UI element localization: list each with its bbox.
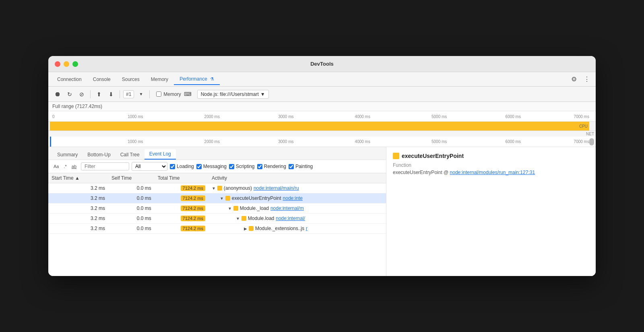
total-time-cell: 7124.2 ms	[155, 203, 208, 214]
total-time-cell: 7124.2 ms	[155, 214, 208, 224]
table-row[interactable]: 3.2 ms 0.0 ms 7124.2 ms ▼ executeUserEnt…	[48, 193, 386, 203]
detail-func-icon	[393, 153, 399, 159]
func-name: executeUserEntryPoint	[232, 195, 281, 201]
func-link[interactable]: node:internal/m	[270, 205, 304, 211]
timeline-full-range: Full range (7127.42ms)	[48, 102, 596, 111]
timeline-scrollbar[interactable]	[589, 138, 594, 145]
messaging-label: Messaging	[203, 164, 227, 169]
loading-checkbox[interactable]	[170, 164, 175, 169]
expand-arrow[interactable]: ▼	[212, 186, 216, 191]
tab-event-log[interactable]: Event Log	[144, 149, 176, 160]
func-name: (anonymous)	[224, 185, 252, 191]
cpu-bar[interactable]: CPU	[50, 122, 589, 131]
filter-category-select[interactable]: All Loading Scripting Rendering Painting…	[132, 162, 167, 171]
ruler-mark-1000: 1000 ms	[128, 114, 143, 118]
painting-checkbox[interactable]	[289, 164, 294, 169]
expand-arrow[interactable]: ▼	[228, 206, 232, 211]
start-time-cell: 3.2 ms	[48, 224, 108, 234]
cpu-profile-icon[interactable]: ⌨	[183, 89, 193, 100]
col-self-time[interactable]: Self Time	[108, 173, 155, 183]
minimize-button[interactable]	[64, 61, 69, 67]
ruler-mark-3000: 3000 ms	[278, 114, 293, 118]
node-selector-arrow: ▼	[260, 91, 265, 97]
event-log-table-container[interactable]: Start Time ▲ Self Time Total Time Activi…	[48, 173, 386, 276]
more-options-icon[interactable]: ⋮	[581, 74, 592, 85]
detail-url-link[interactable]: node:internal/modules/run_main:127:31	[450, 170, 535, 175]
func-link[interactable]: node:internal/main/ru	[254, 185, 299, 191]
session-dropdown[interactable]: ▼	[136, 89, 146, 100]
ruler-mark-4000: 4000 ms	[355, 114, 370, 118]
activity-cell: ▼ (anonymous) node:internal/main/ru	[208, 183, 386, 193]
window-title: DevTools	[310, 61, 334, 67]
ruler-mark-5000: 5000 ms	[431, 114, 447, 118]
filter-regex-button[interactable]: .*	[62, 163, 68, 170]
func-link[interactable]: node:inte	[283, 195, 303, 201]
total-time-cell: 7124.2 ms	[155, 193, 208, 203]
range-start-handle[interactable]	[50, 137, 51, 147]
table-row[interactable]: 3.2 ms 0.0 ms 7124.2 ms ▼ (anonymous) no…	[48, 183, 386, 193]
ruler-mark-7000: 7000 ms	[574, 114, 589, 118]
col-activity[interactable]: Activity	[208, 173, 386, 183]
self-time-cell: 0.0 ms	[108, 214, 155, 224]
tab-connection[interactable]: Connection	[52, 74, 87, 85]
ruler2-mark-7000: 7000 ms	[574, 139, 589, 144]
upload-button[interactable]: ⬆	[94, 89, 104, 100]
cpu-label: CPU	[579, 124, 588, 129]
settings-icon[interactable]: ⚙	[568, 74, 580, 85]
memory-checkbox-group: Memory	[156, 91, 181, 97]
table-row[interactable]: 3.2 ms 0.0 ms 7124.2 ms ▶ Module._extens…	[48, 224, 386, 234]
filter-input[interactable]	[81, 162, 129, 170]
filter-ab-button[interactable]: ab	[70, 163, 78, 170]
event-log-table: Start Time ▲ Self Time Total Time Activi…	[48, 173, 386, 234]
tab-memory[interactable]: Memory	[145, 74, 174, 85]
node-selector-text: Node.js: file:///Users/stmart	[201, 91, 259, 97]
col-start-time[interactable]: Start Time ▲	[48, 173, 108, 183]
tab-sources[interactable]: Sources	[116, 74, 145, 85]
table-row[interactable]: 3.2 ms 0.0 ms 7124.2 ms ▼ Module._load n…	[48, 203, 386, 214]
net-bar: NET	[48, 131, 596, 137]
ruler-mark-6000: 6000 ms	[506, 114, 521, 118]
self-time-cell: 0.0 ms	[108, 193, 155, 203]
scripting-label: Scripting	[236, 164, 255, 169]
function-icon	[249, 226, 254, 231]
right-panel: executeUserEntryPoint Function executeUs…	[386, 147, 596, 276]
start-time-cell: 3.2 ms	[48, 214, 108, 224]
expand-arrow[interactable]: ▼	[236, 216, 240, 221]
maximize-button[interactable]	[72, 61, 78, 67]
total-time-cell: 7124.2 ms	[155, 183, 208, 193]
rendering-checkbox[interactable]	[257, 164, 262, 169]
loading-checkbox-group: Loading	[170, 164, 194, 169]
function-icon	[225, 196, 230, 201]
tab-summary[interactable]: Summary	[52, 150, 83, 160]
devtools-window: DevTools Connection Console Sources Memo…	[48, 56, 596, 276]
func-link[interactable]: node:internal/	[276, 216, 305, 221]
table-row[interactable]: 3.2 ms 0.0 ms 7124.2 ms ▼ Module.load no…	[48, 214, 386, 224]
expand-arrow[interactable]: ▼	[220, 196, 224, 201]
node-selector[interactable]: Node.js: file:///Users/stmart ▼	[197, 90, 269, 99]
func-link[interactable]: r	[306, 226, 308, 231]
func-name: Module._load	[240, 205, 269, 211]
download-button[interactable]: ⬇	[106, 89, 116, 100]
detail-link-text: executeUserEntryPoint @ node:internal/mo…	[393, 170, 589, 175]
function-icon	[242, 216, 246, 221]
scripting-checkbox[interactable]	[229, 164, 234, 169]
filter-aa-button[interactable]: Aa	[52, 163, 61, 170]
tab-performance[interactable]: Performance ⚗	[174, 74, 220, 85]
reload-button[interactable]: ↻	[64, 89, 75, 100]
clear-button[interactable]: ⊘	[76, 89, 87, 100]
tab-bottom-up[interactable]: Bottom-Up	[83, 150, 115, 160]
tab-call-tree[interactable]: Call Tree	[116, 150, 144, 160]
expand-arrow[interactable]: ▶	[244, 226, 247, 231]
main-content: Full range (7127.42ms) 0 1000 ms 2000 ms…	[48, 102, 596, 276]
record-button[interactable]: ⏺	[52, 89, 63, 100]
session-label[interactable]: #1	[123, 90, 134, 98]
divider-2	[120, 90, 120, 98]
close-button[interactable]	[55, 61, 60, 67]
memory-checkbox[interactable]	[156, 91, 161, 97]
ruler2-mark-5000: 5000 ms	[431, 139, 447, 144]
col-total-time[interactable]: Total Time	[155, 173, 208, 183]
net-label: NET	[586, 132, 594, 136]
messaging-checkbox[interactable]	[196, 164, 202, 169]
activity-cell: ▼ Module.load node:internal/	[208, 214, 386, 224]
tab-console[interactable]: Console	[87, 74, 116, 85]
